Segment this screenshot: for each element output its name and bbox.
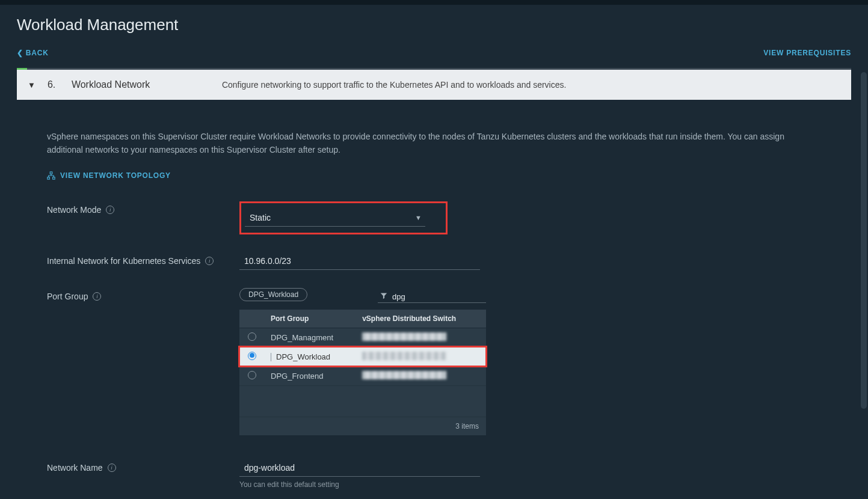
port-group-selected-chip[interactable]: DPG_Workload: [239, 288, 307, 301]
internal-network-row: Internal Network for Kubernetes Services…: [47, 253, 821, 270]
table-header-port-group: Port Group: [265, 310, 356, 328]
step-title: Workload Network: [72, 79, 198, 90]
filter-icon[interactable]: [380, 292, 387, 301]
radio-button[interactable]: [248, 352, 256, 360]
port-group-filter-row: DPG_Workload: [239, 288, 486, 306]
info-icon[interactable]: i: [106, 206, 114, 214]
chevron-left-icon: ❮: [17, 49, 23, 57]
port-group-table: Port Group vSphere Distributed Switch DP…: [239, 310, 486, 417]
network-mode-input-col: Static ▼: [239, 201, 486, 234]
chevron-down-icon: ▼: [415, 214, 422, 221]
body-description: vSphere namespaces on this Supervisor Cl…: [47, 130, 821, 157]
info-icon[interactable]: i: [93, 292, 101, 301]
network-name-input[interactable]: [239, 459, 480, 477]
info-icon[interactable]: i: [205, 257, 214, 265]
internal-network-input[interactable]: [239, 253, 480, 270]
network-mode-select[interactable]: Static ▼: [245, 209, 425, 227]
port-group-label: Port Group: [47, 292, 88, 301]
table-row[interactable]: DPG_Workload: [239, 347, 486, 366]
radio-button[interactable]: [248, 332, 256, 341]
header-row: ❮ BACK VIEW PREREQUISITES: [17, 49, 851, 57]
svg-rect-1: [48, 177, 50, 179]
page-title: Workload Management: [17, 5, 851, 49]
chevron-down-icon[interactable]: ▼: [28, 81, 35, 90]
progress-bar: [17, 68, 851, 70]
redacted-value: [362, 332, 446, 341]
step-number: 6.: [48, 79, 60, 90]
internal-network-input-col: [239, 253, 486, 270]
network-name-row: Network Name i You can edit this default…: [47, 459, 821, 489]
network-mode-row: Network Mode i Static ▼: [47, 201, 821, 234]
port-group-row: Port Group i DPG_Workload: [47, 288, 821, 436]
port-group-name: DPG_Workload: [276, 352, 330, 361]
radio-button[interactable]: [248, 371, 256, 379]
table-row[interactable]: DPG_Managment: [239, 328, 486, 347]
port-group-label-wrap: Port Group i: [47, 288, 239, 301]
network-mode-label: Network Mode: [47, 205, 101, 215]
back-button[interactable]: ❮ BACK: [17, 49, 49, 57]
scrollbar[interactable]: [861, 72, 867, 409]
page: Workload Management ❮ BACK VIEW PREREQUI…: [0, 5, 868, 499]
svg-rect-2: [53, 177, 55, 179]
svg-rect-0: [50, 172, 52, 174]
step-header[interactable]: ▼ 6. Workload Network Configure networki…: [17, 70, 851, 100]
network-mode-highlight: Static ▼: [239, 201, 448, 234]
view-network-topology-link[interactable]: VIEW NETWORK TOPOLOGY: [47, 171, 171, 180]
back-label: BACK: [26, 49, 49, 57]
internal-network-label-wrap: Internal Network for Kubernetes Services…: [47, 253, 239, 266]
redacted-value: [362, 371, 446, 379]
info-icon[interactable]: i: [108, 464, 116, 472]
network-name-input-col: You can edit this default setting: [239, 459, 486, 489]
table-header-switch: vSphere Distributed Switch: [356, 310, 486, 328]
top-strip: [0, 0, 868, 5]
internal-network-label: Internal Network for Kubernetes Services: [47, 256, 200, 266]
port-group-name: DPG_Frontend: [265, 366, 356, 385]
network-mode-value: Static: [250, 213, 271, 222]
step-description: Configure networking to support traffic …: [222, 80, 567, 90]
view-network-topology-label: VIEW NETWORK TOPOLOGY: [60, 171, 171, 180]
port-group-name: DPG_Managment: [265, 328, 356, 347]
network-mode-label-wrap: Network Mode i: [47, 201, 239, 215]
table-footer: 3 items: [239, 417, 486, 435]
view-prerequisites-link[interactable]: VIEW PREREQUISITES: [763, 49, 851, 57]
network-name-label-wrap: Network Name i: [47, 459, 239, 473]
progress-fill: [17, 68, 27, 70]
network-name-helper: You can edit this default setting: [239, 480, 486, 489]
network-name-label: Network Name: [47, 463, 103, 473]
topology-icon: [47, 171, 55, 180]
redacted-value: [362, 352, 446, 360]
table-row[interactable]: DPG_Frontend: [239, 366, 486, 385]
table-header-radio: [239, 310, 265, 328]
table-spacer: [239, 385, 486, 417]
port-group-filter-wrap: [378, 291, 486, 303]
port-group-filter-input[interactable]: [392, 292, 476, 301]
row-separator: [271, 353, 271, 361]
step-content: vSphere namespaces on this Supervisor Cl…: [17, 100, 851, 499]
port-group-col: DPG_Workload Port Group vSphere Distri: [239, 288, 486, 436]
